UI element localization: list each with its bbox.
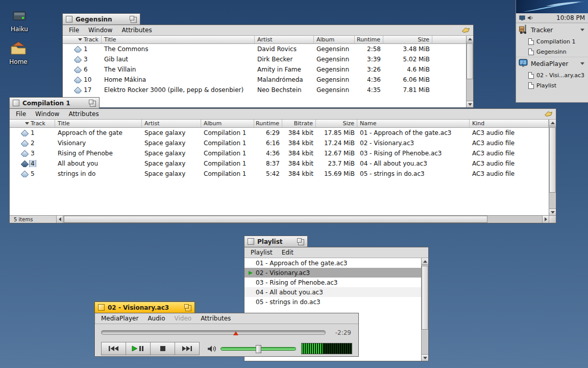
collapse-arrow-icon[interactable] [580,62,584,65]
playlist-item-label: 03 - Rising of Phenobe.ac3 [256,279,337,286]
playlist-item-playing[interactable]: 02 - Visionary.ac3 [244,268,428,278]
close-button[interactable] [66,16,72,22]
seek-position-marker[interactable] [233,331,238,335]
zoom-button[interactable] [130,16,137,23]
column-header-album[interactable]: Album [314,36,355,43]
column-header-artist[interactable]: Artist [142,120,201,127]
scroll-down-button[interactable] [422,354,428,361]
zoom-button[interactable] [89,100,96,107]
playlist-item[interactable]: 04 - All about you.ac3 [244,287,428,297]
resize-corner[interactable] [549,216,556,223]
scrollbar-knob[interactable] [64,216,487,223]
track-row[interactable]: 6 The Villain Amity in Fame Gegensinn 3:… [63,64,473,75]
menu-edit[interactable]: Edit [277,248,298,257]
volume-slider[interactable] [220,347,296,351]
zoom-button[interactable] [297,238,304,245]
column-header-album[interactable]: Album [201,120,254,127]
close-button[interactable] [248,238,254,245]
menu-file[interactable]: File [11,109,31,119]
deskbar-app-tracker[interactable]: Tracker [516,23,588,36]
artist-cell: Space galaxy [142,170,201,177]
scroll-up-button[interactable] [549,120,556,126]
scroll-left-button[interactable] [57,216,63,223]
next-button[interactable] [175,342,200,355]
menu-attributes[interactable]: Attributes [64,109,103,119]
previous-button[interactable] [101,342,126,355]
deskbar-window-item[interactable]: Playlist [516,80,588,90]
column-header-runtime[interactable]: Runtime [254,120,282,127]
tray-volume-icon[interactable] [527,15,533,21]
desktop-icon-home[interactable]: Home [0,40,37,65]
menu-attributes[interactable]: Attributes [117,26,156,35]
scroll-down-button[interactable] [549,209,556,215]
track-row[interactable]: 2 Visionary Space galaxy Compilation 1 6… [10,138,556,148]
title-tab[interactable]: Gegensinn [62,13,140,25]
zoom-button[interactable] [184,304,191,311]
speaker-icon[interactable] [207,345,216,353]
column-header-track[interactable]: Track [10,120,55,127]
deskbar-app-mediaplayer[interactable]: ♪ MediaPlayer [516,57,588,70]
track-row-selected[interactable]: 4 All about you Space galaxy Compilation… [10,158,556,169]
deskbar-window-item[interactable]: 02 - Visi...ary.ac3 [516,70,588,80]
scroll-up-button[interactable] [467,36,473,42]
menu-audio[interactable]: Audio [143,314,169,323]
deskbar-window-item[interactable]: Compilation 1 [516,36,588,47]
scroll-up-button[interactable] [422,258,428,265]
column-header-runtime[interactable]: Runtime [355,36,383,43]
menu-window[interactable]: Window [84,26,117,35]
seek-bar[interactable] [101,330,326,335]
deskbar-window-item[interactable]: Gegensinn [516,47,588,57]
menu-mediaplayer[interactable]: MediaPlayer [96,314,143,323]
column-header-artist[interactable]: Artist [255,36,314,43]
column-header-bitrate[interactable]: Bitrate [282,120,316,127]
column-header-track[interactable]: Track [63,36,102,43]
column-header-kind[interactable]: Kind [470,120,549,127]
column-header-size[interactable]: Size [383,36,432,43]
track-row[interactable]: 3 Rising of Phenobe Space galaxy Compila… [10,148,556,158]
deskbar-menu[interactable] [516,0,588,13]
drag-hand-icon[interactable] [461,27,470,33]
tray-monitor-icon[interactable] [519,15,525,21]
haiku-leaf-logo [516,0,588,13]
playlist-item[interactable]: 01 - Approach of the gate.ac3 [244,258,428,268]
title-tab[interactable]: Playlist [244,236,308,247]
kind-cell: AC3 audio file [470,160,549,167]
track-row[interactable]: 1 Approach of the gate Space galaxy Comp… [10,128,556,138]
track-row[interactable]: 1 The Commons David Rovics Gegensinn 2:5… [63,44,473,54]
title-tab-active[interactable]: 02 - Visionary.ac3 [94,302,195,313]
title-cell: All about you [55,160,142,167]
scrollbar-knob[interactable] [467,43,473,79]
vertical-scrollbar[interactable] [421,258,428,361]
column-header-name[interactable]: Name [357,120,470,127]
menu-attributes[interactable]: Attributes [196,314,235,323]
play-pause-button[interactable] [126,342,151,355]
scroll-right-button[interactable] [542,216,549,223]
scrollbar-knob[interactable] [422,266,428,330]
volume-slider-thumb[interactable] [256,345,261,353]
clock[interactable]: 10:08 PM [556,14,585,21]
track-row[interactable]: 3 Gib laut Dirk Becker Gegensinn 3:39 5.… [63,54,473,64]
playlist-item[interactable]: 03 - Rising of Phenobe.ac3 [244,278,428,287]
horizontal-scrollbar[interactable] [57,216,549,223]
track-number: 3 [31,150,35,157]
track-row[interactable]: 10 Home Mákina Malandrómeda Gegensinn 4:… [63,75,473,85]
track-row[interactable]: 5 strings in do Space galaxy Compilation… [10,169,556,179]
title-tab[interactable]: Compilation 1 [9,97,100,108]
desktop-icon-haiku[interactable]: Haiku [1,7,38,33]
menu-file[interactable]: File [64,26,84,35]
menu-window[interactable]: Window [31,109,64,119]
collapse-arrow-icon[interactable] [580,29,584,31]
column-header-title[interactable]: Title [55,120,142,127]
playlist-item-label: 04 - All about you.ac3 [256,289,323,296]
close-button[interactable] [98,304,105,311]
scrollbar-knob[interactable] [549,127,556,193]
close-button[interactable] [13,100,19,106]
vertical-scrollbar[interactable] [466,36,473,107]
track-row[interactable]: 17 Elektro Rocker 3000 (pille, pepp & do… [63,85,473,95]
column-header-title[interactable]: Title [102,36,255,43]
drag-hand-icon[interactable] [544,110,553,117]
menu-playlist[interactable]: Playlist [246,248,277,257]
column-header-size[interactable]: Size [316,120,357,127]
stop-button[interactable] [150,342,175,355]
vertical-scrollbar[interactable] [549,120,556,215]
